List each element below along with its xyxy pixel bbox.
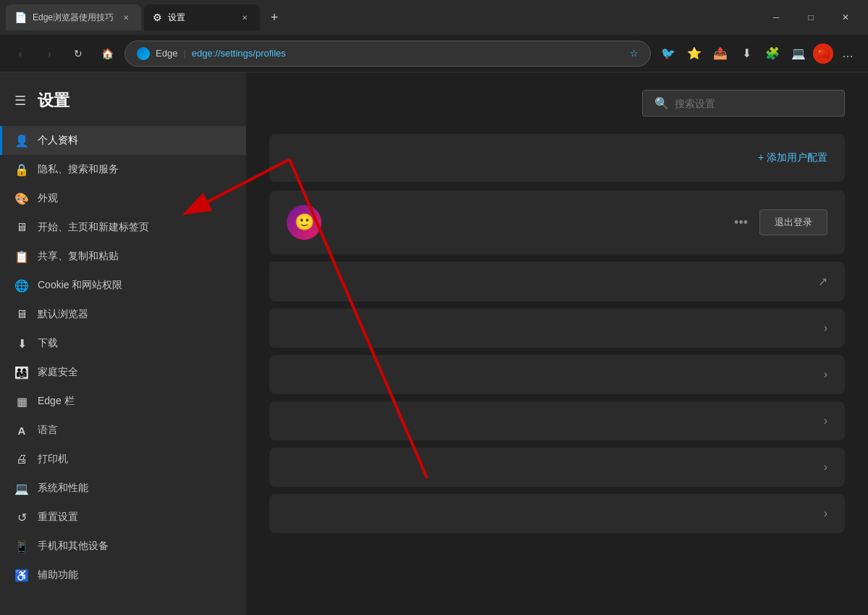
sidebar-item-cookies[interactable]: 🌐 Cookie 和网站权限 [0,271,246,300]
minimize-button[interactable]: ─ [759,6,793,29]
addressbar: ‹ › ↻ 🏠 Edge | edge://settings/profiles … [0,35,868,72]
list-item-5[interactable]: › [269,494,845,533]
sidebar-item-label-privacy: 隐私、搜索和服务 [38,163,119,176]
refresh-button[interactable]: ↻ [67,42,90,65]
profile-flag-icon[interactable]: 🇨🇳 [813,43,833,64]
edge-bar-icon: ▦ [14,394,29,409]
reset-icon: ↺ [14,510,29,524]
edge-logo-icon [137,47,150,60]
new-tab-button[interactable]: + [263,6,286,29]
sidebar-item-label-language: 语言 [38,424,58,437]
chevron-right-icon-2: › [824,368,827,381]
sidebar-item-appearance[interactable]: 🎨 外观 [0,184,246,213]
extension-icon[interactable]: 🧩 [761,42,784,65]
external-link-icon: ↗ [818,275,827,288]
maximize-button[interactable]: □ [794,6,827,29]
add-profile-button[interactable]: + 添加用户配置 [758,151,827,164]
system-icon: 💻 [14,481,29,495]
profile-info [333,222,728,223]
profile-card: 🙂 ••• 退出登录 [269,191,845,254]
list-item-sync[interactable]: ↗ [269,262,845,301]
mobile-icon: 📱 [14,539,29,553]
tab-settings[interactable]: ⚙ 设置 ✕ [144,4,260,30]
sidebar-item-label-downloads: 下载 [38,337,58,350]
tab1-label: Edge浏览器使用技巧 [33,12,114,24]
sidebar-item-label-printer: 打印机 [38,453,68,466]
close-button[interactable]: ✕ [829,6,862,29]
sidebar-item-label-start: 开始、主页和新建标签页 [38,221,149,234]
menu-icon[interactable]: ☰ [14,93,26,109]
sidebar-item-label-family: 家庭安全 [38,366,78,379]
sidebar-item-accessibility[interactable]: ♿ 辅助功能 [0,561,246,590]
share-sidebar-icon: 📋 [14,249,29,264]
sidebar-item-default-browser[interactable]: 🖥 默认浏览器 [0,300,246,329]
sidebar-item-label-cookies: Cookie 和网站权限 [38,279,122,292]
copilot-icon[interactable]: 🐦 [657,42,680,65]
chevron-right-icon-5: › [824,507,827,520]
accessibility-icon: ♿ [14,568,29,582]
sidebar-item-share[interactable]: 📋 共享、复制和粘贴 [0,242,246,271]
sidebar-item-label-system: 系统和性能 [38,482,88,495]
sidebar: ☰ 设置 👤 个人资料 🔒 隐私、搜索和服务 🎨 外观 🖥 开始、主页和新建标签… [0,72,246,615]
search-input[interactable] [675,98,819,109]
more-button[interactable]: … [836,42,859,65]
start-icon: 🖥 [14,220,29,235]
sync-icon[interactable]: 💻 [787,42,810,65]
url-separator: | [183,48,185,59]
url-path: edge://settings/profiles [192,48,286,59]
chevron-right-icon-3: › [824,414,827,427]
sidebar-item-reset[interactable]: ↺ 重置设置 [0,503,246,532]
tab2-label: 设置 [168,12,185,24]
tab1-close[interactable]: ✕ [119,11,132,24]
profile-more-button[interactable]: ••• [728,212,754,233]
back-button[interactable]: ‹ [9,42,32,65]
list-item-1[interactable]: › [269,309,845,348]
sidebar-item-privacy[interactable]: 🔒 隐私、搜索和服务 [0,155,246,184]
url-brand: Edge [156,48,177,59]
sidebar-item-label-mobile: 手机和其他设备 [38,540,109,553]
address-bar[interactable]: Edge | edge://settings/profiles ☆ [125,41,651,67]
sidebar-item-printer[interactable]: 🖨 打印机 [0,445,246,474]
share-icon[interactable]: 📤 [709,42,732,65]
download-icon[interactable]: ⬇ [735,42,758,65]
sidebar-item-profile[interactable]: 👤 个人资料 [0,126,246,155]
sidebar-item-downloads[interactable]: ⬇ 下载 [0,329,246,358]
sidebar-item-label-appearance: 外观 [38,192,58,205]
sidebar-item-label-accessibility: 辅助功能 [38,569,78,582]
forward-button[interactable]: › [38,42,61,65]
logout-button[interactable]: 退出登录 [759,209,827,235]
cookie-icon: 🌐 [14,278,29,293]
search-bar[interactable]: 🔍 [642,90,845,117]
sidebar-item-language[interactable]: A 语言 [0,416,246,445]
list-item-2[interactable]: › [269,355,845,394]
favorites-icon[interactable]: ☆ [630,48,639,59]
sidebar-header: ☰ 设置 [0,78,246,126]
tab-inactive[interactable]: 📄 Edge浏览器使用技巧 ✕ [6,4,141,30]
sidebar-item-label-reset: 重置设置 [38,511,78,524]
printer-icon: 🖨 [14,452,29,467]
titlebar: 📄 Edge浏览器使用技巧 ✕ ⚙ 设置 ✕ + ─ □ ✕ [0,0,868,35]
list-item-3[interactable]: › [269,401,845,440]
download-sidebar-icon: ⬇ [14,336,29,351]
search-icon: 🔍 [654,96,669,110]
tab2-close[interactable]: ✕ [238,11,251,24]
sidebar-item-mobile[interactable]: 📱 手机和其他设备 [0,532,246,561]
lock-icon: 🔒 [14,162,29,177]
add-profile-section: + 添加用户配置 [269,134,845,182]
sidebar-item-start[interactable]: 🖥 开始、主页和新建标签页 [0,213,246,242]
language-icon: A [14,423,29,438]
tab1-icon: 📄 [14,12,27,23]
browser-icon: 🖥 [14,307,29,322]
home-button[interactable]: 🏠 [96,42,119,65]
collections-icon[interactable]: ⭐ [683,42,706,65]
chevron-right-icon-1: › [824,322,827,335]
list-item-4[interactable]: › [269,448,845,487]
sidebar-item-system[interactable]: 💻 系统和性能 [0,474,246,503]
sidebar-item-edge-bar[interactable]: ▦ Edge 栏 [0,387,246,416]
sidebar-item-family[interactable]: 👨‍👩‍👧 家庭安全 [0,358,246,387]
sidebar-item-label-browser: 默认浏览器 [38,308,88,321]
family-icon: 👨‍👩‍👧 [14,365,29,380]
main-layout: ☰ 设置 👤 个人资料 🔒 隐私、搜索和服务 🎨 外观 🖥 开始、主页和新建标签… [0,72,868,615]
settings-title: 设置 [38,90,69,112]
content-inner: 🔍 + 添加用户配置 🙂 ••• 退出登录 [246,72,868,551]
